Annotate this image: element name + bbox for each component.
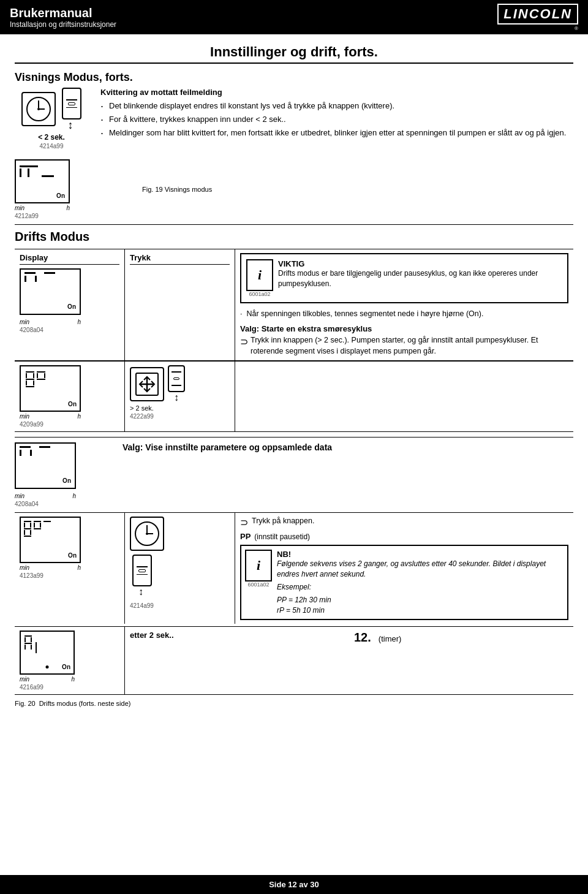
remote-button-2	[138, 569, 146, 572]
header-title-block: Brukermanual Installasjon og driftsinstr…	[10, 6, 116, 29]
min-label-4123: min	[20, 564, 29, 571]
cross-arrow-icon	[138, 375, 156, 393]
info-i-letter: i	[258, 267, 262, 283]
sh-4	[37, 371, 45, 373]
up-down-arrow-2: ↕	[138, 586, 143, 597]
on-label-4208: On	[67, 303, 76, 310]
pp-label: PP	[240, 532, 251, 541]
panel-4208-bars-2	[16, 444, 75, 458]
col-display-header: Display	[15, 249, 125, 360]
drifts-bullet1: · Når spenningen tilkobles, tennes segme…	[240, 308, 568, 319]
panel-4212a99-lines	[16, 161, 69, 182]
sh-top-4	[34, 521, 41, 522]
bar-seg-3	[20, 446, 31, 448]
sv-6	[44, 373, 45, 378]
viktig-title: VIKTIG	[278, 259, 562, 268]
remote-icon	[62, 88, 81, 119]
panel-4209a99-inner: On	[21, 366, 80, 411]
up-down-arrow: ↕	[174, 392, 179, 403]
sv-4216-3	[24, 645, 26, 650]
bottom-col-right: 12. (timer)	[349, 627, 573, 694]
fig-4214a99-label: 4214a99	[40, 143, 64, 150]
sh-2	[26, 379, 34, 380]
plus-inner	[135, 373, 159, 396]
sv-top-2	[30, 523, 31, 528]
sv-1	[26, 373, 27, 378]
min-label-4208-2: min	[15, 493, 24, 499]
page-header: Brukermanual Installasjon og driftsinstr…	[0, 0, 588, 34]
clock-hand-hour-2	[146, 525, 148, 532]
nb-box: i 6001a02 NB! Følgende sekvens vises 2 g…	[240, 545, 568, 620]
bar-row-2	[24, 276, 76, 282]
sh-top-2	[24, 528, 31, 529]
nb-body-text: Følgende sekvens vises 2 ganger, og avsl…	[277, 559, 564, 580]
remote-line-1	[66, 99, 77, 100]
drifts-table-header: Display	[15, 249, 573, 361]
info-icon-box-2: i	[245, 550, 272, 581]
nb-text-block: NB! Følgende sekvens vises 2 ganger, og …	[277, 550, 564, 615]
nb-pp-val: PP = 12h 30 min	[277, 595, 564, 605]
min-label-4216: min	[20, 676, 29, 683]
section-title: Innstillinger og drift, forts.	[15, 44, 573, 64]
nb-body: Følgende sekvens vises 2 ganger, og avsl…	[277, 559, 564, 615]
seg-vert-2	[28, 169, 29, 177]
display-col-label: Display	[20, 253, 119, 265]
valg-col-mid: ↕ 4214a99	[125, 513, 235, 624]
remote-icon-2	[132, 555, 152, 586]
fig20-label: Fig. 20	[15, 700, 36, 707]
remote-small-line-1	[172, 371, 181, 373]
bar-seg-1	[24, 272, 36, 274]
drifts-row2-right	[235, 362, 573, 431]
panel-4222a99	[130, 367, 164, 401]
bottom-col-mid: etter 2 sek..	[125, 627, 349, 694]
panel-4123-content	[24, 521, 77, 537]
drifts-row2: On min h 4209a99	[15, 361, 573, 432]
remote-line-2	[66, 107, 77, 108]
section-divider-2	[15, 437, 573, 438]
seg-row-1	[26, 371, 75, 387]
nb-example: Eksempel:	[277, 582, 564, 593]
info-icon-box: i	[246, 259, 273, 291]
valg-row: On min h 4123a99	[15, 512, 573, 624]
h-label-4208: h	[77, 319, 81, 325]
fig-4208a04-2-label: 4208a04	[15, 501, 39, 507]
clock-circle-2	[135, 521, 159, 546]
h-label-4216: h	[71, 676, 75, 683]
panel-4216-inner: On	[21, 632, 74, 673]
sek-label-2: > 2 sek.	[130, 404, 154, 412]
sv-4216-1	[24, 637, 26, 642]
sek-label: < 2 sek.	[38, 133, 65, 142]
h-label-4123: h	[77, 564, 81, 571]
sh-top-1	[24, 521, 31, 522]
info-i-letter-2: i	[257, 558, 260, 574]
nb-values: PP = 12h 30 min rP = 5h 10 min	[277, 595, 564, 616]
sh-1	[26, 371, 34, 373]
sv-top-5	[34, 523, 35, 528]
seg-row-4216	[24, 635, 70, 653]
kvittering-bullets: Det blinkende displayet endres til konst…	[100, 100, 573, 139]
drifts-row2-left: On min h 4209a99	[15, 362, 125, 431]
drifts-forts-label: Drifts modus (forts. neste side)	[39, 700, 131, 707]
col-info-header: i 6001a02 VIKTIG Drifts modus er bare ti…	[235, 249, 573, 360]
viktig-body: Drifts modus er bare tilgjengelig under …	[278, 268, 562, 289]
bottom-col-left: On min h 4216a99	[15, 627, 125, 694]
circle-arrow-icon: ⊃	[240, 335, 248, 349]
panel-4212a99: On	[15, 159, 70, 203]
sv-5	[37, 373, 38, 378]
bar-seg-4	[39, 446, 50, 448]
panel-4208a04-2: On	[15, 442, 76, 489]
sh-top-3	[24, 536, 31, 537]
h-label-4208-2: h	[72, 493, 76, 499]
remote-small-btn	[173, 377, 179, 380]
min-label-4209: min	[20, 413, 29, 420]
top-right-text: Kvittering av mottatt feilmelding Det bl…	[100, 88, 573, 142]
header-subtitle: Installasjon og driftsinstruksjoner	[10, 20, 116, 29]
lincoln-logo-registered: ®	[575, 26, 578, 31]
bar-row-4	[20, 450, 71, 456]
fig-4123a99-label: 4123a99	[20, 572, 43, 579]
clock-center	[37, 108, 40, 110]
sh-4216-2	[24, 643, 32, 644]
bar-vert-1	[24, 276, 26, 282]
valg-section-title: Valg: Vise innstilte parametere og oppsa…	[123, 442, 573, 452]
fig-4208a04-label: 4208a04	[20, 327, 43, 333]
